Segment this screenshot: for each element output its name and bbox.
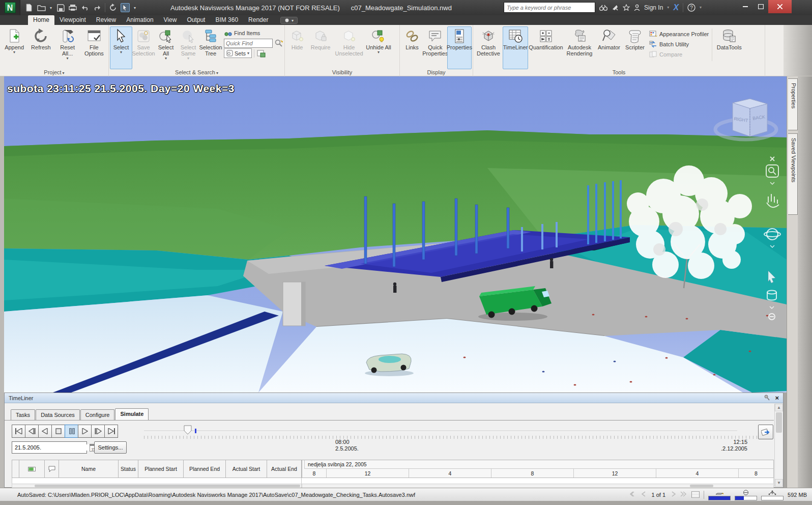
- sheet-browser-icon[interactable]: [691, 491, 700, 498]
- clash-detective-button[interactable]: Clash Detective: [474, 26, 503, 69]
- group-label-tools[interactable]: Tools: [473, 69, 765, 76]
- manage-sets-icon[interactable]: [256, 49, 266, 58]
- scroll-up-arrow[interactable]: ▲: [775, 404, 783, 411]
- timeliner-tab-tasks[interactable]: Tasks: [11, 409, 35, 420]
- file-options-button[interactable]: File Options: [81, 26, 107, 69]
- column-actual-start[interactable]: Actual Start: [226, 460, 267, 478]
- tab-render[interactable]: Render: [243, 15, 273, 25]
- scroll-thumb[interactable]: [776, 412, 782, 433]
- go-to-start-button[interactable]: [12, 425, 25, 438]
- sets-dropdown[interactable]: Sets▾: [224, 48, 252, 58]
- play-button[interactable]: [78, 425, 92, 438]
- prev-sheet-icon[interactable]: [641, 491, 646, 498]
- tab-viewpoint[interactable]: Viewpoint: [54, 15, 91, 25]
- scene-viewport[interactable]: RIGHT BACK subota 23:11:25 21.5.2005. Da…: [4, 76, 787, 392]
- search-binoculars-icon[interactable]: [599, 5, 607, 11]
- refresh-icon[interactable]: [108, 3, 118, 12]
- selection-tree-button[interactable]: Selection Tree: [199, 26, 222, 69]
- progress-column-header[interactable]: [19, 460, 45, 478]
- favorites-star-icon[interactable]: [623, 4, 630, 11]
- task-table-empty-row[interactable]: [12, 478, 302, 484]
- close-button[interactable]: [768, 0, 792, 13]
- hide-unselected-button[interactable]: Hide Unselected: [333, 26, 365, 69]
- comment-column-header[interactable]: [45, 460, 59, 478]
- qat-dropdown-icon[interactable]: ▾: [133, 3, 137, 12]
- require-button[interactable]: Require: [308, 26, 333, 69]
- group-label-display[interactable]: Display: [400, 69, 473, 76]
- simulation-date-input[interactable]: [12, 444, 90, 451]
- tab-review[interactable]: Review: [91, 15, 121, 25]
- undo-icon[interactable]: [80, 3, 90, 12]
- select-button[interactable]: Select▾: [110, 26, 132, 69]
- scroll-down-arrow[interactable]: ▼: [775, 479, 783, 487]
- find-items-button[interactable]: Find Items: [224, 29, 283, 37]
- open-file-icon[interactable]: [37, 3, 46, 12]
- quick-find-input[interactable]: [224, 39, 273, 48]
- column-actual-end[interactable]: Actual End: [267, 460, 302, 478]
- links-button[interactable]: Links: [401, 26, 423, 69]
- go-to-end-button[interactable]: [104, 425, 118, 438]
- timeliner-vscrollbar[interactable]: ▲ ▼: [774, 404, 783, 487]
- panel-close-icon[interactable]: ×: [775, 394, 779, 402]
- appearance-profiler-button[interactable]: Appearance Profiler: [649, 30, 709, 38]
- tab-animation[interactable]: Animation: [121, 15, 158, 25]
- last-sheet-icon[interactable]: [680, 491, 687, 498]
- group-label-project[interactable]: Project: [0, 69, 108, 76]
- autodesk-rendering-button[interactable]: Autodesk Rendering: [564, 26, 595, 69]
- column-planned-start[interactable]: Planned Start: [138, 460, 184, 478]
- new-document-icon[interactable]: [24, 3, 34, 12]
- tab-view[interactable]: View: [159, 15, 182, 25]
- unhide-all-button[interactable]: Unhide All▾: [365, 26, 392, 69]
- reset-all-button[interactable]: Reset All...▾: [54, 26, 81, 69]
- pause-button[interactable]: [65, 425, 78, 438]
- settings-button[interactable]: Settings...: [94, 441, 127, 454]
- scene-canvas[interactable]: RIGHT BACK: [4, 76, 787, 392]
- simulation-slider-thumb[interactable]: [184, 425, 192, 437]
- simulation-date-field[interactable]: 15: [12, 441, 87, 454]
- compare-button[interactable]: Compare: [649, 50, 709, 59]
- print-icon[interactable]: [68, 3, 77, 12]
- simulation-slider-track[interactable]: [144, 431, 737, 432]
- timeliner-button[interactable]: TimeLiner: [503, 26, 528, 69]
- select-cursor-icon[interactable]: [121, 3, 130, 12]
- maximize-button[interactable]: [753, 0, 768, 13]
- refresh-button[interactable]: Refresh: [27, 26, 54, 69]
- properties-button[interactable]: Properties: [447, 26, 472, 69]
- save-icon[interactable]: [56, 3, 65, 12]
- hide-button[interactable]: Hide: [286, 26, 308, 69]
- gantt-empty-row[interactable]: [302, 478, 774, 484]
- next-sheet-icon[interactable]: [672, 491, 676, 498]
- timeliner-title-bar[interactable]: TimeLiner ×: [5, 393, 783, 403]
- sign-in-dropdown-icon[interactable]: ▾: [667, 5, 669, 10]
- append-button[interactable]: Append▾: [1, 26, 27, 69]
- timeliner-tab-simulate[interactable]: Simulate: [115, 408, 149, 420]
- export-animation-button[interactable]: [758, 425, 773, 439]
- quick-find-icon[interactable]: [275, 39, 283, 47]
- help-icon[interactable]: ?: [687, 4, 695, 12]
- timeliner-tab-configure[interactable]: Configure: [80, 409, 115, 420]
- animator-button[interactable]: Animator: [595, 26, 623, 69]
- minimize-button[interactable]: [738, 0, 753, 13]
- stop-button[interactable]: [51, 425, 65, 438]
- tab-home[interactable]: Home: [28, 15, 54, 25]
- step-forward-button[interactable]: [91, 425, 105, 438]
- timeliner-tab-data-sources[interactable]: Data Sources: [36, 409, 80, 420]
- save-selection-button[interactable]: Save Selection: [132, 26, 155, 69]
- datatools-button[interactable]: DataTools: [713, 26, 745, 69]
- column-name[interactable]: Name: [59, 460, 119, 478]
- step-back-button[interactable]: [25, 425, 39, 438]
- sign-in-label[interactable]: Sign In: [644, 4, 663, 11]
- communication-center-icon[interactable]: [612, 4, 619, 11]
- sign-in-person-icon[interactable]: [634, 4, 640, 11]
- tab-output[interactable]: Output: [182, 15, 210, 25]
- group-label-select-search[interactable]: Select & Search: [109, 69, 284, 76]
- exchange-apps-x-icon[interactable]: X: [673, 3, 679, 12]
- select-same-button[interactable]: Select Same▾: [177, 26, 199, 69]
- group-label-visibility[interactable]: Visibility: [285, 69, 399, 76]
- column-status[interactable]: Status: [119, 460, 138, 478]
- quick-properties-button[interactable]: Quick Properties: [423, 26, 447, 69]
- redo-icon[interactable]: [93, 3, 102, 12]
- tab-properties-panel[interactable]: Properties: [788, 78, 798, 130]
- ribbon-display-toggle[interactable]: ▾: [280, 17, 298, 24]
- infocenter-search-input[interactable]: [504, 2, 595, 13]
